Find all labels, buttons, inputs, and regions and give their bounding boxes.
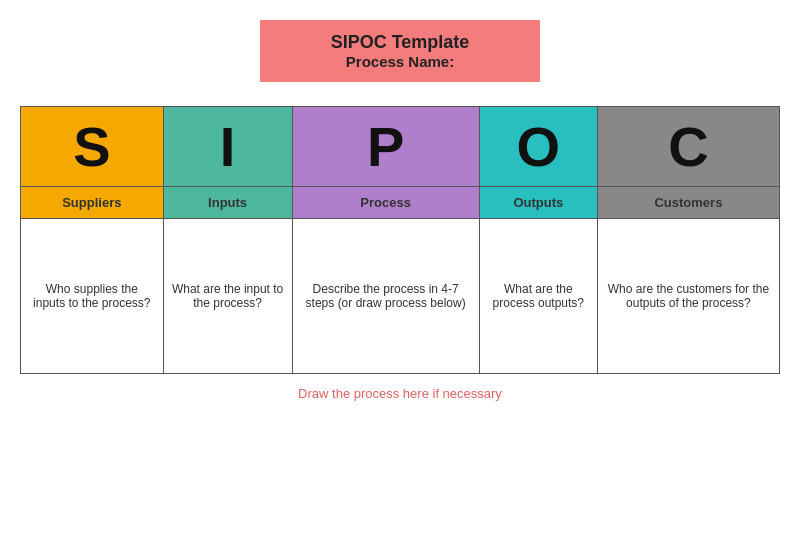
label-row: Suppliers Inputs Process Outputs Custome… xyxy=(21,187,780,219)
letter-o-cell: O xyxy=(479,107,597,187)
label-i-cell: Inputs xyxy=(163,187,292,219)
content-o-cell: What are the process outputs? xyxy=(479,219,597,374)
content-c-cell: Who are the customers for the outputs of… xyxy=(597,219,779,374)
letter-i-cell: I xyxy=(163,107,292,187)
label-s-cell: Suppliers xyxy=(21,187,164,219)
letter-p-cell: P xyxy=(292,107,479,187)
sipoc-table: S I P O C Suppliers Inputs Process Outpu… xyxy=(20,106,780,374)
label-o-cell: Outputs xyxy=(479,187,597,219)
letter-c-cell: C xyxy=(597,107,779,187)
content-s-cell: Who supplies the inputs to the process? xyxy=(21,219,164,374)
footer-text: Draw the process here if necessary xyxy=(298,386,502,401)
title-box: SIPOC Template Process Name: xyxy=(260,20,540,82)
main-title: SIPOC Template xyxy=(300,32,500,53)
letter-row: S I P O C xyxy=(21,107,780,187)
label-c-cell: Customers xyxy=(597,187,779,219)
content-row: Who supplies the inputs to the process? … xyxy=(21,219,780,374)
letter-s-cell: S xyxy=(21,107,164,187)
sub-title: Process Name: xyxy=(300,53,500,70)
content-p-cell: Describe the process in 4-7 steps (or dr… xyxy=(292,219,479,374)
content-i-cell: What are the input to the process? xyxy=(163,219,292,374)
label-p-cell: Process xyxy=(292,187,479,219)
